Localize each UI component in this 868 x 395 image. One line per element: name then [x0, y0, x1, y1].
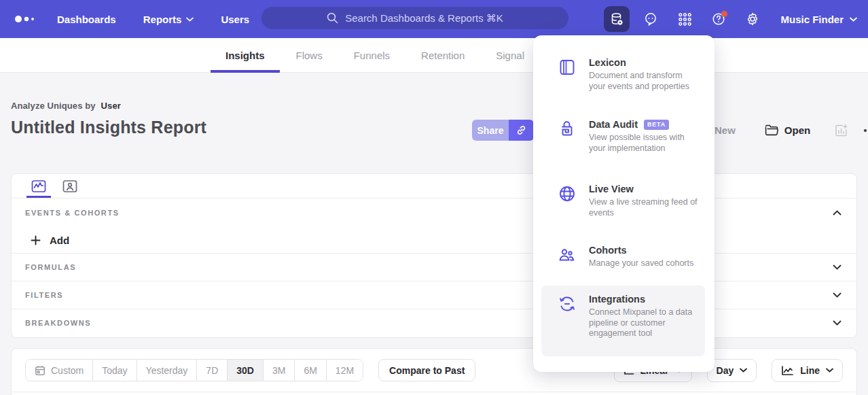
- menu-item-integrations[interactable]: Integrations Connect Mixpanel to a data …: [541, 286, 705, 356]
- menu-item-cohorts[interactable]: Cohorts Manage your saved cohorts: [541, 237, 705, 286]
- nav-dashboards[interactable]: Dashboards: [57, 14, 116, 25]
- tab-users-view[interactable]: [60, 174, 79, 198]
- report-header: Analyze Uniques byUser Untitled Insights…: [11, 101, 206, 137]
- chevron-down-icon[interactable]: [833, 264, 842, 270]
- more-options-icon: [863, 128, 868, 133]
- data-management-button[interactable]: [604, 6, 630, 32]
- range-3m[interactable]: 3M: [263, 360, 294, 381]
- data-audit-icon: [558, 120, 576, 138]
- chevron-down-icon: [826, 368, 833, 373]
- range-6m[interactable]: 6M: [294, 360, 325, 381]
- tab-signal[interactable]: Signal: [496, 38, 524, 73]
- person-tab-icon: [62, 179, 77, 193]
- tab-events-view[interactable]: [29, 174, 48, 198]
- analyze-by-line: Analyze Uniques byUser: [11, 101, 206, 111]
- range-yesterday[interactable]: Yesterday: [137, 360, 197, 381]
- add-event-button[interactable]: Add: [12, 227, 856, 253]
- section-filters[interactable]: FILTERS: [12, 281, 856, 309]
- chevron-down-icon: [740, 368, 747, 373]
- workspace-switcher[interactable]: Music Finder: [780, 14, 857, 25]
- mixpanel-logo-icon[interactable]: [14, 14, 37, 24]
- search-input[interactable]: Search Dashboards & Reports ⌘K: [261, 7, 568, 29]
- section-breakdowns[interactable]: BREAKDOWNS: [12, 309, 856, 337]
- chart-toolbar-panel: Custom Today Yesterday 7D 30D 3M 6M 12M …: [11, 348, 857, 395]
- apps-grid-icon: [678, 12, 692, 27]
- menu-item-data-audit[interactable]: Data Audit BETA View possible issues wit…: [541, 111, 705, 175]
- chevron-down-icon[interactable]: [833, 320, 842, 326]
- plus-icon: [31, 235, 41, 245]
- formulas-label: FORMULAS: [25, 263, 76, 271]
- range-custom[interactable]: Custom: [26, 360, 92, 381]
- apps-grid-button[interactable]: [672, 6, 698, 32]
- top-navigation-bar: Dashboards Reports Users Search Dashboar…: [0, 0, 868, 38]
- analyze-entity[interactable]: User: [101, 101, 121, 111]
- nav-reports[interactable]: Reports: [143, 14, 194, 25]
- add-to-dashboard-button[interactable]: [835, 124, 848, 137]
- nav-users[interactable]: Users: [221, 14, 249, 25]
- tab-funnels[interactable]: Funnels: [354, 38, 390, 73]
- search-placeholder: Search Dashboards & Reports ⌘K: [345, 12, 503, 24]
- data-management-icon: [610, 12, 624, 27]
- range-7d[interactable]: 7D: [196, 360, 227, 381]
- section-events-cohorts[interactable]: EVENTS & COHORTS: [12, 199, 856, 227]
- query-builder-panel: EVENTS & COHORTS Add FORMULAS FILTERS BR…: [11, 173, 857, 338]
- copy-link-button[interactable]: [509, 120, 534, 141]
- lexicon-icon: [558, 58, 576, 76]
- section-formulas[interactable]: FORMULAS: [12, 253, 856, 281]
- data-management-dropdown: Lexicon Document and transform your even…: [533, 35, 715, 372]
- date-range-segmented-control: Custom Today Yesterday 7D 30D 3M 6M 12M: [25, 359, 363, 381]
- report-title[interactable]: Untitled Insights Report: [11, 118, 206, 137]
- date-range-toolbar: Custom Today Yesterday 7D 30D 3M 6M 12M …: [12, 349, 856, 392]
- chevron-down-icon: [186, 17, 194, 22]
- topbar-icon-group: Music Finder: [604, 0, 857, 38]
- chevron-down-icon[interactable]: [833, 292, 842, 298]
- tab-retention[interactable]: Retention: [421, 38, 465, 73]
- chart-type-dropdown[interactable]: Line: [772, 359, 843, 382]
- workspace-name: Music Finder: [780, 14, 844, 25]
- events-cohorts-label: EVENTS & COHORTS: [25, 209, 120, 217]
- new-button[interactable]: New: [715, 124, 736, 136]
- share-button-group: Share: [472, 120, 534, 141]
- tab-flows[interactable]: Flows: [296, 38, 323, 73]
- open-button[interactable]: Open: [765, 124, 810, 136]
- filters-label: FILTERS: [25, 291, 63, 299]
- chevron-down-icon: [850, 17, 857, 22]
- menu-item-live-view[interactable]: Live View View a live streaming feed of …: [541, 175, 705, 237]
- search-icon: [327, 12, 338, 24]
- breakdowns-label: BREAKDOWNS: [25, 319, 91, 327]
- notification-dot: [721, 11, 727, 17]
- add-to-dashboard-icon: [835, 124, 848, 137]
- settings-icon: [745, 12, 760, 27]
- report-tab-bar: Insights Flows Funnels Retention Signal …: [0, 38, 868, 73]
- feedback-button[interactable]: [638, 6, 664, 32]
- feedback-icon: [643, 12, 658, 27]
- menu-item-lexicon[interactable]: Lexicon Document and transform your even…: [541, 49, 705, 111]
- beta-badge: BETA: [644, 120, 669, 130]
- compare-to-past-button[interactable]: Compare to Past: [378, 359, 475, 381]
- integrations-icon: [558, 295, 576, 313]
- report-actions: New Open: [706, 120, 857, 141]
- line-chart-icon: [781, 365, 794, 376]
- tab-insights[interactable]: Insights: [225, 38, 265, 73]
- settings-button[interactable]: [740, 6, 765, 32]
- line-chart-tab-icon: [31, 179, 46, 193]
- folder-icon: [765, 124, 778, 136]
- cohorts-icon: [558, 246, 576, 264]
- live-view-icon: [558, 185, 576, 203]
- help-button[interactable]: [706, 6, 731, 32]
- share-button[interactable]: Share: [472, 120, 509, 141]
- primary-nav: Dashboards Reports Users: [57, 14, 249, 25]
- link-icon: [516, 124, 527, 136]
- range-30d[interactable]: 30D: [227, 360, 263, 381]
- calendar-icon: [35, 365, 46, 376]
- more-options-button[interactable]: [863, 128, 868, 133]
- chevron-up-icon[interactable]: [833, 210, 842, 216]
- builder-view-tabs: [12, 174, 856, 199]
- analyze-prefix: Analyze Uniques by: [11, 101, 96, 111]
- range-12m[interactable]: 12M: [326, 360, 363, 381]
- range-today[interactable]: Today: [92, 360, 136, 381]
